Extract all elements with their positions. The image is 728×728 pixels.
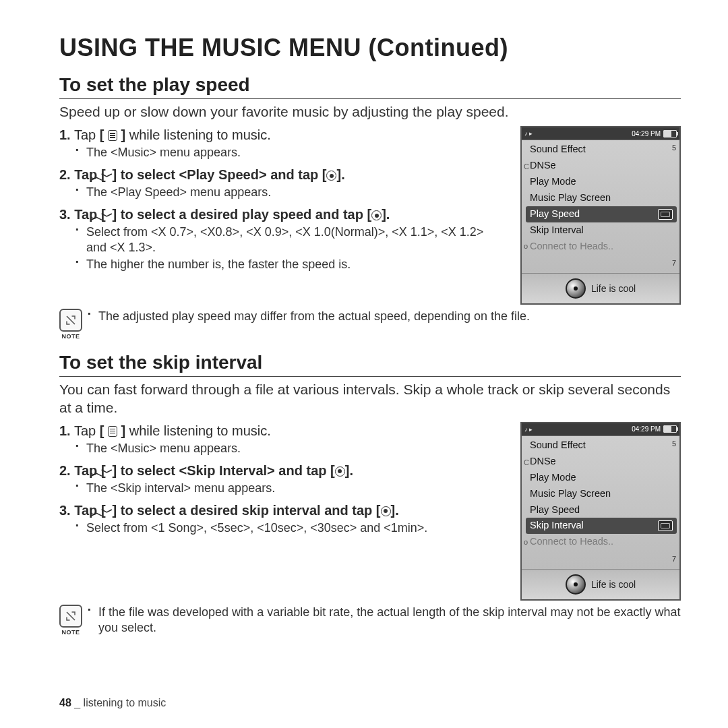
- step-1: 1. Tap [ ] while listening to music.: [75, 422, 507, 439]
- page-title: USING THE MUSIC MENU (Continued): [59, 34, 681, 62]
- side-glyph: o: [524, 538, 528, 546]
- device-menu: Sound EffectDNSePlay ModeMusic Play Scre…: [522, 436, 679, 551]
- page-section-label: listening to music: [84, 697, 166, 708]
- page-footer: 48 _ listening to music: [59, 697, 166, 709]
- device-clock: 04:29 PM: [632, 130, 661, 138]
- device-track-title: Life is cool: [591, 579, 636, 590]
- step-2-sub: The <Play Speed> menu appears.: [75, 185, 507, 200]
- battery-icon: [663, 425, 677, 433]
- step-2: 2. Tap [︿﹀] to select <Play Speed> and t…: [75, 166, 507, 183]
- note-icon: [59, 309, 82, 332]
- device-menu-item: DNSe: [528, 454, 675, 470]
- note-skip-interval: NOTE If the file was developed with a va…: [59, 605, 681, 636]
- up-down-icon: ︿﹀: [106, 171, 113, 183]
- up-down-icon: ︿﹀: [106, 210, 113, 222]
- step-1-sub: The <Music> menu appears.: [75, 145, 507, 160]
- section-skip-interval-intro: You can fast forward through a file at v…: [59, 381, 681, 417]
- device-menu-item: Music Play Screen: [528, 190, 675, 206]
- step-3-sub-b: The higher the number is, the faster the…: [75, 257, 507, 272]
- play-indicator-icon: ♪ ▸: [524, 426, 533, 433]
- step-1: 1. Tap [ ] while listening to music.: [75, 126, 507, 144]
- device-track-title: Life is cool: [591, 283, 636, 294]
- side-digit: 7: [672, 259, 676, 267]
- device-menu-item: Play Mode: [528, 174, 675, 190]
- page-number: 48: [59, 697, 71, 708]
- up-down-icon: ︿﹀: [106, 466, 113, 479]
- side-glyph: o: [524, 242, 528, 250]
- step-3: 3. Tap [︿﹀] to select a desired play spe…: [75, 206, 507, 223]
- section-play-speed-intro: Speed up or slow down your favorite musi…: [59, 103, 681, 121]
- device-menu-item: Connect to Heads..: [528, 534, 675, 550]
- play-indicator-icon: ♪ ▸: [524, 130, 533, 137]
- side-glyph: C: [524, 458, 529, 466]
- note-icon: [59, 605, 82, 628]
- device-menu-item: Sound Effect: [528, 142, 675, 158]
- battery-icon: [663, 130, 677, 138]
- side-glyph: C: [524, 162, 529, 171]
- device-screenshot-skip-interval: ♪ ▸ 04:29 PM 5 C o 7 Sound EffectDNSePla…: [520, 422, 681, 601]
- selection-icon: [658, 520, 673, 531]
- step-3-sub-a: Select from <X 0.7>, <X0.8>, <X 0.9>, <X…: [75, 224, 507, 255]
- device-menu-item: Play Speed: [528, 502, 675, 518]
- device-clock: 04:29 PM: [632, 425, 661, 433]
- ok-icon: [381, 506, 391, 516]
- step-2: 2. Tap [︿﹀] to select <Skip Interval> an…: [75, 462, 507, 479]
- step-3: 3. Tap [︿﹀] to select a desired skip int…: [75, 502, 507, 519]
- section-skip-interval-heading: To set the skip interval: [59, 352, 681, 377]
- device-menu-item: Play Mode: [528, 470, 675, 486]
- note-label: NOTE: [59, 629, 82, 636]
- skip-interval-steps: 1. Tap [ ] while listening to music. The…: [59, 422, 507, 536]
- note-skip-interval-text: If the file was developed with a variabl…: [88, 605, 681, 636]
- device-menu-item: Connect to Heads..: [528, 239, 675, 255]
- ok-icon: [326, 171, 336, 181]
- device-screenshot-play-speed: ♪ ▸ 04:29 PM 5 C o 7 Sound EffectDNSePla…: [520, 126, 681, 305]
- note-label: NOTE: [59, 333, 82, 340]
- menu-icon: [108, 130, 117, 141]
- side-digit: 5: [672, 144, 676, 152]
- side-digit: 5: [672, 439, 676, 448]
- device-menu-item: Skip Interval: [526, 518, 677, 534]
- menu-icon: [108, 426, 117, 437]
- album-art-icon: [566, 574, 586, 595]
- note-play-speed-text: The adjusted play speed may differ from …: [88, 309, 681, 324]
- device-menu: Sound EffectDNSePlay ModeMusic Play Scre…: [522, 140, 679, 255]
- note-play-speed: NOTE The adjusted play speed may differ …: [59, 309, 681, 340]
- play-speed-steps: 1. Tap [ ] while listening to music. The…: [59, 126, 507, 272]
- device-menu-item: Play Speed: [526, 206, 677, 222]
- up-down-icon: ︿﹀: [106, 506, 113, 518]
- device-menu-item: Sound Effect: [528, 437, 675, 454]
- step-1-sub: The <Music> menu appears.: [75, 441, 507, 456]
- step-3-sub-a: Select from <1 Song>, <5sec>, <10sec>, <…: [75, 520, 507, 536]
- step-2-sub: The <Skip interval> menu appears.: [75, 481, 507, 496]
- side-digit: 7: [672, 555, 676, 563]
- section-play-speed-heading: To set the play speed: [59, 74, 681, 99]
- device-menu-item: Music Play Screen: [528, 486, 675, 502]
- selection-icon: [658, 209, 673, 220]
- device-menu-item: Skip Interval: [528, 222, 675, 239]
- device-menu-item: DNSe: [528, 158, 675, 174]
- ok-icon: [371, 210, 382, 220]
- album-art-icon: [566, 278, 586, 299]
- ok-icon: [335, 466, 345, 477]
